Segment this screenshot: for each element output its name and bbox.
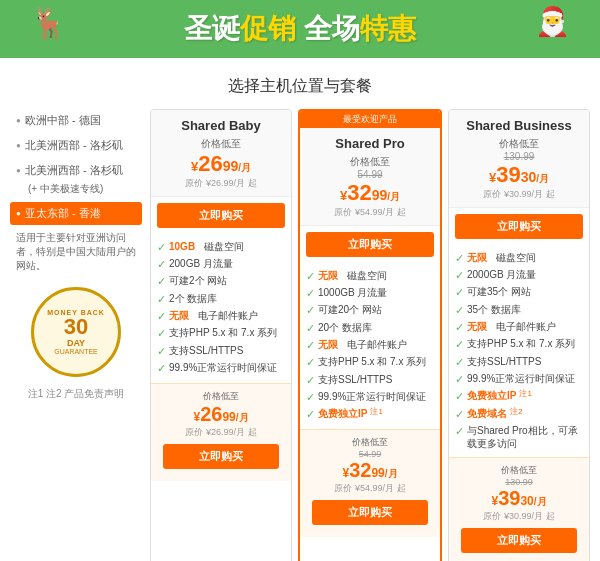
sidebar-item-label: 北美洲西部 - 洛杉矶	[25, 138, 123, 153]
check-icon: ✓	[455, 285, 464, 299]
plan-pro-buy-button[interactable]: 立即购买	[306, 232, 434, 257]
sidebar-footer: 注1 注2 产品免责声明	[10, 387, 142, 401]
footer-price: ¥3930/月	[455, 487, 583, 510]
check-icon: ✓	[157, 309, 166, 323]
plan-pro-features: ✓无限 磁盘空间 ✓1000GB 月流量 ✓可建20个 网站 ✓20个 数据库 …	[300, 263, 440, 429]
feature-text: 支持SSL/HTTPS	[318, 373, 392, 386]
feature-text: 2000GB 月流量	[467, 268, 536, 281]
check-icon: ✓	[455, 389, 464, 403]
plan-pro-footer-buy-button[interactable]: 立即购买	[312, 500, 428, 525]
feature-text: 99.9%正常运行时间保证	[318, 390, 426, 403]
feature-item: ✓无限 磁盘空间	[455, 249, 583, 266]
mb-line2: DAY	[67, 338, 85, 348]
sidebar-item-asia[interactable]: ● 亚太东部 - 香港	[10, 202, 142, 225]
footer-original: 原价 ¥26.99/月 起	[157, 426, 285, 439]
feature-text: 99.9%正常运行时间保证	[467, 372, 575, 385]
feature-item: ✓支持SSL/HTTPS	[455, 353, 583, 370]
check-icon: ✓	[306, 373, 315, 387]
plan-baby-footer-buy-button[interactable]: 立即购买	[163, 444, 279, 469]
plan-baby: Shared Baby 价格低至 ¥2699/月 原价 ¥26.99/月 起 立…	[150, 109, 292, 561]
plan-pro-original: 原价 ¥54.99/月 起	[306, 206, 434, 219]
sidebar-note: 适用于主要针对亚洲访问者，特别是中国大陆用户的网站。	[10, 227, 142, 277]
feature-item: ✓可建35个 网站	[455, 284, 583, 301]
sidebar-item-us-west2[interactable]: ● 北美洲西部 - 洛杉矶 (+ 中美极速专线)	[10, 159, 142, 200]
main-content: 选择主机位置与套餐 ● 欧洲中部 - 德国 ● 北美洲西部 - 洛杉矶 ● 北美…	[0, 58, 600, 561]
price-per: /月	[387, 191, 400, 202]
check-icon: ✓	[306, 338, 315, 352]
feature-item: ✓支持SSL/HTTPS	[157, 342, 285, 359]
feature-item: ✓10GB 磁盘空间	[157, 238, 285, 255]
sidebar-item-eu[interactable]: ● 欧洲中部 - 德国	[10, 109, 142, 132]
check-icon: ✓	[157, 326, 166, 340]
check-icon: ✓	[306, 321, 315, 335]
sidebar-item-label: 欧洲中部 - 德国	[25, 113, 101, 128]
banner-highlight-1: 促销	[240, 13, 296, 44]
footer-strikethrough: 54.99	[306, 449, 434, 459]
check-icon: ✓	[455, 251, 464, 265]
content-area: ● 欧洲中部 - 德国 ● 北美洲西部 - 洛杉矶 ● 北美洲西部 - 洛杉矶 …	[10, 109, 590, 561]
footer-price-label: 价格低至	[157, 390, 285, 403]
check-icon: ✓	[455, 268, 464, 282]
feature-text: 支持PHP 5.x 和 7.x 系列	[169, 326, 277, 339]
feature-text: 支持SSL/HTTPS	[169, 344, 243, 357]
feature-text: 电子邮件账户	[496, 320, 556, 333]
feature-item: ✓免费独立IP注1	[306, 406, 434, 423]
feature-text: 支持PHP 5.x 和 7.x 系列	[318, 355, 426, 368]
check-icon: ✓	[455, 303, 464, 317]
check-icon: ✓	[306, 303, 315, 317]
plan-baby-footer: 价格低至 ¥2699/月 原价 ¥26.99/月 起 立即购买	[151, 383, 291, 481]
feature-item: ✓支持PHP 5.x 和 7.x 系列	[455, 336, 583, 353]
feature-text: 99.9%正常运行时间保证	[169, 361, 277, 374]
feature-item: ✓2000GB 月流量	[455, 267, 583, 284]
sidebar-item-us-west1[interactable]: ● 北美洲西部 - 洛杉矶	[10, 134, 142, 157]
sidebar-item-label: 北美洲西部 - 洛杉矶	[25, 163, 123, 178]
footer-price: ¥3299/月	[306, 459, 434, 482]
footer-decimal: 99	[222, 410, 235, 424]
price-decimal: 99	[372, 187, 388, 203]
mb-line3: GUARANTEE	[54, 348, 98, 355]
price-per: /月	[238, 162, 251, 173]
banner-santa-icon: 🎅	[535, 5, 570, 38]
plan-pro-strikethrough: 54.99	[306, 169, 434, 180]
plan-business-buy-button[interactable]: 立即购买	[455, 214, 583, 239]
feature-item: ✓免费独立IP注1	[455, 388, 583, 405]
plan-baby-buy-button[interactable]: 立即购买	[157, 203, 285, 228]
plans-area: Shared Baby 价格低至 ¥2699/月 原价 ¥26.99/月 起 立…	[150, 109, 590, 561]
header-banner: 🦌 圣诞促销 全场特惠 🎅	[0, 0, 600, 58]
plan-business-footer-buy-button[interactable]: 立即购买	[461, 528, 577, 553]
feature-item: ✓无限 电子邮件账户	[157, 308, 285, 325]
plan-baby-price-label: 价格低至	[157, 137, 285, 151]
check-icon: ✓	[306, 269, 315, 283]
price-decimal: 30	[521, 169, 537, 185]
check-icon: ✓	[157, 361, 166, 375]
footer-per: /月	[385, 468, 398, 479]
plan-business-footer: 价格低至 130.99 ¥3930/月 原价 ¥30.99/月 起 立即购买	[449, 457, 589, 561]
plan-baby-original: 原价 ¥26.99/月 起	[157, 177, 285, 190]
check-icon: ✓	[306, 407, 315, 421]
footer-decimal: 30	[520, 494, 533, 508]
bullet-icon: ●	[16, 141, 21, 150]
feature-item: ✓1000GB 月流量	[306, 285, 434, 302]
sidebar-item-subtext: (+ 中美极速专线)	[16, 182, 103, 196]
check-icon: ✓	[455, 407, 464, 421]
money-back-guarantee: MONEY BACK 30 DAY GUARANTEE	[31, 287, 121, 377]
feature-item: ✓35个 数据库	[455, 301, 583, 318]
feature-text: 35个 数据库	[467, 303, 521, 316]
feature-item: ✓可建20个 网站	[306, 302, 434, 319]
footer-price: ¥2699/月	[157, 403, 285, 426]
feature-text: 2个 数据库	[169, 292, 217, 305]
feature-item: ✓200GB 月流量	[157, 256, 285, 273]
plan-business-features: ✓无限 磁盘空间 ✓2000GB 月流量 ✓可建35个 网站 ✓35个 数据库 …	[449, 245, 589, 457]
feature-item: ✓免费域名注2	[455, 405, 583, 422]
feature-text: 与Shared Pro相比，可承载更多访问	[467, 424, 583, 450]
check-icon: ✓	[157, 344, 166, 358]
price-decimal: 99	[223, 158, 239, 174]
plan-baby-features: ✓10GB 磁盘空间 ✓200GB 月流量 ✓可建2个 网站 ✓2个 数据库 ✓…	[151, 234, 291, 382]
plan-pro-header: Shared Pro 价格低至 54.99 ¥3299/月 原价 ¥54.99/…	[300, 128, 440, 226]
feature-text: 电子邮件账户	[347, 338, 407, 351]
feature-item: ✓20个 数据库	[306, 319, 434, 336]
featured-badge: 最受欢迎产品	[300, 111, 440, 128]
plan-business-price: ¥3930/月	[455, 162, 583, 188]
check-icon: ✓	[455, 355, 464, 369]
plan-pro: 最受欢迎产品 Shared Pro 价格低至 54.99 ¥3299/月 原价 …	[298, 109, 442, 561]
